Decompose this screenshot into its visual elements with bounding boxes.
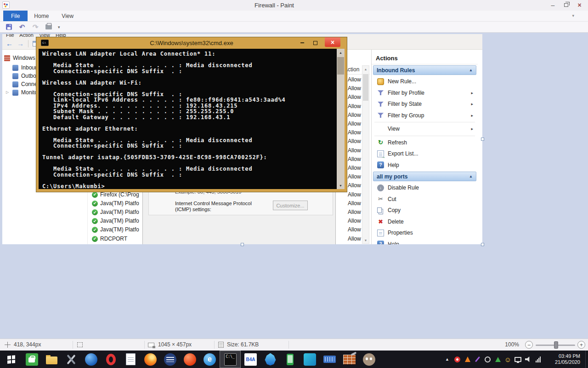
canvas-resize-handle-corner[interactable]: [481, 243, 484, 246]
action-item-view[interactable]: View▸: [372, 123, 478, 135]
file-size-icon: [218, 342, 224, 348]
redo-button[interactable]: ↷: [31, 23, 40, 31]
taskbar-app-firewall[interactable]: [339, 351, 359, 368]
cmd-titlebar[interactable]: C:\ C:\Windows\system32\cmd.exe – ×: [36, 37, 347, 49]
taskbar-app-file-explorer[interactable]: [42, 351, 62, 368]
actions-section-header-all-my-ports[interactable]: all my ports▲: [373, 172, 476, 181]
action-item-export-list[interactable]: Export List...: [372, 148, 478, 160]
taskbar-app-blue-globe[interactable]: [81, 351, 101, 368]
taskbar-app-keyboard[interactable]: [320, 351, 339, 368]
quick-access-toolbar: ↶ ↷ ▾: [0, 22, 588, 33]
taskbar-app-flame[interactable]: [260, 351, 280, 368]
show-desktop-button[interactable]: [585, 351, 588, 368]
taskbar-app-cmd-active[interactable]: C:\_: [220, 351, 241, 368]
action-item-cut[interactable]: Cut: [372, 194, 478, 205]
taskbar-app-bluestacks[interactable]: [300, 351, 320, 368]
tray-icon-network[interactable]: [534, 356, 542, 363]
taskbar-app-tools[interactable]: [62, 351, 81, 368]
tree-item-icon: [12, 73, 18, 79]
taskbar-app-media[interactable]: [180, 351, 200, 368]
minimize-button[interactable]: –: [546, 0, 560, 10]
taskbar-app-eclipse[interactable]: [160, 351, 180, 368]
taskbar-app-b4a[interactable]: B4A: [241, 351, 260, 368]
tab-home[interactable]: Home: [28, 11, 55, 21]
restore-button[interactable]: [560, 0, 573, 10]
zoom-out-button[interactable]: −: [525, 341, 533, 349]
list-scroll-down-icon[interactable]: ▼: [362, 237, 369, 243]
action-item-filter-by-group[interactable]: Filter by Group▸: [372, 110, 478, 121]
cmd-window[interactable]: C:\ C:\Windows\system32\cmd.exe – × Wire…: [36, 37, 347, 192]
paint-canvas[interactable]: File Action View Help ← → Windows Firewa…: [2, 34, 482, 244]
action-item-disable-rule[interactable]: Disable Rule: [372, 182, 478, 194]
taskbar-app-phone-emulator[interactable]: [280, 351, 300, 368]
action-item-help[interactable]: Help: [372, 160, 478, 171]
cmd-output[interactable]: Wireless LAN adapter Local Area Connecti…: [39, 49, 337, 189]
tray-icon-green[interactable]: [494, 356, 502, 363]
cmd-scrollbar[interactable]: ▲ ▼: [337, 49, 345, 189]
tray-icon-clock-app[interactable]: [484, 356, 492, 363]
canvas-resize-handle-bottom[interactable]: [241, 243, 244, 246]
taskbar-clock[interactable]: 03:49 PM 21/05/2020: [547, 353, 580, 365]
rule-action-cell: Allow: [348, 173, 361, 180]
rule-name: Java(TM) Platfo: [100, 226, 144, 233]
statusbar-separator: [214, 341, 215, 349]
cmd-maximize-icon: [313, 41, 317, 45]
cmd-scroll-up-icon[interactable]: ▲: [337, 49, 345, 56]
cmd-maximize-button[interactable]: [309, 39, 321, 47]
tray-icon-media[interactable]: [453, 356, 461, 363]
forward-icon[interactable]: →: [17, 40, 24, 47]
list-scrollbar[interactable]: ▲ ▼: [362, 65, 369, 244]
action-item-delete[interactable]: Delete: [372, 216, 478, 228]
tray-icon-smiley[interactable]: ☺: [504, 356, 512, 363]
actions-section-header-inbound-rules[interactable]: Inbound Rules▲: [373, 65, 476, 75]
rule-action-cell: Allow: [348, 200, 361, 207]
cmd-scroll-thumb[interactable]: [337, 57, 344, 75]
tray-icon-display[interactable]: [514, 356, 522, 363]
actions-title: Actions: [372, 52, 478, 64]
action-item-filter-by-profile[interactable]: Filter by Profile▸: [372, 87, 478, 99]
taskbar-app-internet-explorer[interactable]: e: [200, 351, 220, 368]
back-icon[interactable]: ←: [6, 40, 13, 47]
tab-view[interactable]: View: [55, 11, 80, 21]
zoom-slider-thumb[interactable]: [554, 341, 558, 349]
close-button[interactable]: ×: [573, 0, 586, 10]
zoom-slider[interactable]: [536, 345, 575, 346]
taskbar-app-store[interactable]: [22, 351, 42, 368]
canvas-resize-handle-right[interactable]: [481, 138, 484, 141]
list-scroll-thumb[interactable]: [363, 74, 368, 101]
print-button[interactable]: [45, 23, 53, 31]
paint-workspace[interactable]: File Action View Help ← → Windows Firewa…: [0, 33, 588, 339]
action-item-properties[interactable]: Properties: [372, 227, 478, 239]
undo-button[interactable]: ↶: [18, 23, 26, 31]
customize-button[interactable]: Customize...: [273, 201, 308, 210]
action-item-help[interactable]: Help: [372, 239, 478, 245]
cmd-scroll-track[interactable]: [337, 56, 345, 182]
tree-expander-icon[interactable]: ▷: [6, 90, 9, 94]
taskbar-app-opera[interactable]: [101, 351, 121, 368]
taskbar-app-firefox[interactable]: [141, 351, 160, 368]
list-scroll-up-icon[interactable]: ▲: [362, 66, 369, 72]
zoom-in-button[interactable]: +: [577, 341, 585, 349]
tray-icon-volume[interactable]: [524, 356, 532, 363]
collapse-chevron-icon[interactable]: ▲: [469, 68, 473, 72]
action-item-refresh[interactable]: Refresh: [372, 137, 478, 149]
cmd-close-button[interactable]: ×: [325, 37, 340, 47]
ribbon-expand-chevron[interactable]: ▾: [572, 13, 574, 18]
cmd-taskbar-icon: C:\_: [224, 353, 237, 366]
tray-icon-vlc[interactable]: [464, 356, 471, 363]
tray-overflow-button[interactable]: ▲: [443, 356, 451, 363]
cmd-minimize-button[interactable]: –: [296, 39, 308, 47]
tab-file[interactable]: File: [3, 11, 28, 21]
action-item-new-rule[interactable]: New Rule...: [372, 76, 478, 87]
cmd-scroll-down-icon[interactable]: ▼: [337, 182, 345, 189]
qat-customize-chevron[interactable]: ▾: [58, 25, 60, 29]
save-button[interactable]: [5, 23, 13, 31]
collapse-chevron-icon[interactable]: ▲: [469, 174, 473, 178]
start-button[interactable]: [0, 351, 22, 368]
tray-icon-pen[interactable]: [474, 356, 481, 363]
action-item-copy[interactable]: Copy: [372, 205, 478, 216]
taskbar-app-gimp[interactable]: [359, 351, 379, 368]
action-item-filter-by-state[interactable]: Filter by State▸: [372, 98, 478, 110]
window-buttons: – ×: [546, 0, 586, 10]
taskbar-app-notepad[interactable]: [121, 351, 141, 368]
